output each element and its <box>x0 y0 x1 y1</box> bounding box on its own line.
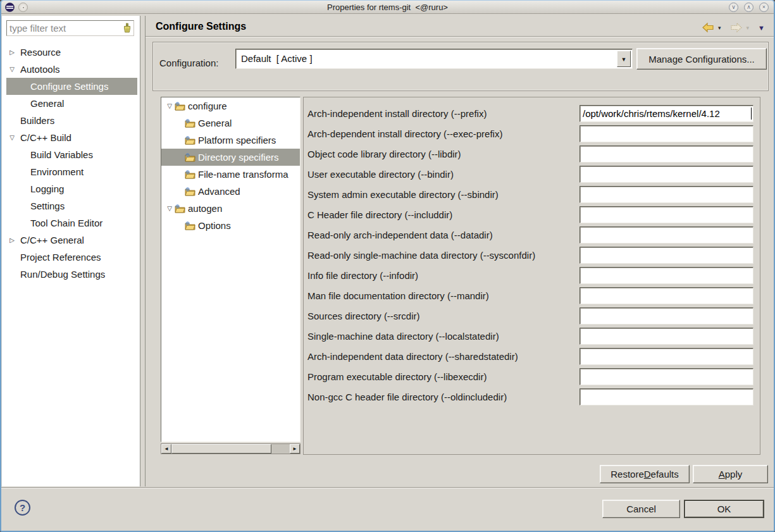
ok-button[interactable]: OK <box>684 500 764 518</box>
option-category-tree: ▽ configure General <box>161 97 301 442</box>
directory-input-sharedstatedir[interactable] <box>580 348 753 365</box>
tree-item-label: Advanced <box>198 186 240 197</box>
tree-item-advanced[interactable]: Advanced <box>161 183 300 200</box>
back-button[interactable] <box>702 22 714 33</box>
field-label: Read-only single-machine data directory … <box>307 250 580 261</box>
sidebar-item-c-c-build[interactable]: ▽ C/C++ Build <box>6 129 137 146</box>
category-folder-icon <box>175 102 186 111</box>
field-label: User executable directory (--bindir) <box>307 169 580 180</box>
category-folder-icon <box>185 136 196 145</box>
category-folder-icon <box>175 204 186 213</box>
directory-input-libdir[interactable] <box>580 145 753 163</box>
directory-input-includdir[interactable] <box>580 206 753 223</box>
sidebar-item-settings[interactable]: Settings <box>6 197 137 214</box>
properties-dialog-window: Properties for rtems-git <@ruru> ∨ ∧ × <box>0 0 775 532</box>
minimize-button[interactable]: ∨ <box>729 3 738 12</box>
tree-item-label: File-name transforma <box>198 169 288 180</box>
restore-defaults-button[interactable]: Restore Defaults <box>600 465 690 483</box>
category-folder-icon <box>185 170 196 179</box>
configuration-group: Configuration: Default [ Active ] ▼ Mana… <box>152 42 769 91</box>
maximize-button[interactable]: ∧ <box>744 3 753 12</box>
window-title: Properties for rtems-git <@ruru> <box>1 3 774 12</box>
tree-item-platform-specifiers[interactable]: Platform specifiers <box>161 132 300 149</box>
scrollbar-thumb[interactable] <box>171 444 271 454</box>
expander-icon[interactable]: ▷ <box>6 49 18 56</box>
back-dropdown-icon[interactable]: ▾ <box>718 25 721 31</box>
directory-input-localstatedir[interactable] <box>580 328 753 345</box>
scroll-left-icon[interactable]: ◄ <box>161 444 171 454</box>
category-folder-icon <box>185 119 196 128</box>
sidebar-item-tool-chain-editor[interactable]: Tool Chain Editor <box>6 214 137 232</box>
close-button[interactable]: × <box>759 3 769 12</box>
combo-dropdown-icon[interactable]: ▼ <box>617 51 631 67</box>
expander-icon[interactable]: ▽ <box>6 134 18 141</box>
nav-item-label: C/C++ General <box>20 235 84 245</box>
tree-item-directory-specifiers[interactable]: Directory specifiers <box>161 149 300 166</box>
expander-icon[interactable]: ▽ <box>6 66 18 73</box>
directory-input-mandir[interactable] <box>580 287 753 304</box>
form-field-row: Arch-dependent install directory (--exec… <box>304 123 760 144</box>
directory-input-prefix[interactable] <box>580 105 753 122</box>
expander-icon[interactable]: ▽ <box>164 205 175 212</box>
field-label: Info file directory (--infodir) <box>307 270 580 281</box>
nav-item-label: Project References <box>20 252 101 263</box>
directory-input-sbindir[interactable] <box>580 186 753 203</box>
sidebar-item-project-references[interactable]: Project References <box>6 249 137 266</box>
tree-item-label: General <box>198 118 232 128</box>
field-label: Read-only arch-independent data (--datad… <box>307 230 580 240</box>
sidebar-item-environment[interactable]: Environment <box>6 163 137 180</box>
tree-item-configure[interactable]: ▽ configure <box>161 97 300 114</box>
field-label: Man file documentation directory (--mand… <box>307 290 580 301</box>
tree-item-file-name-transforma[interactable]: File-name transforma <box>161 166 300 183</box>
form-field-row: Info file directory (--infodir) <box>304 265 760 285</box>
dialog-body: ▷ Resource ▽ Autotools Configure Setting… <box>1 14 774 531</box>
directory-input-datadir[interactable] <box>580 226 753 244</box>
directory-input-oldincludedir[interactable] <box>580 388 753 405</box>
form-field-row: System admin executable directory (--sbi… <box>304 184 760 204</box>
sidebar-item-run-debug-settings[interactable]: Run/Debug Settings <box>6 266 137 283</box>
form-field-row: Object code library directory (--libdir) <box>304 144 760 164</box>
manage-configurations-button[interactable]: Manage Configurations... <box>636 48 767 70</box>
tree-item-general[interactable]: General <box>161 114 300 132</box>
nav-item-label: Configure Settings <box>30 81 108 92</box>
sidebar-item-autotools[interactable]: ▽ Autotools <box>6 61 137 78</box>
sidebar-item-resource[interactable]: ▷ Resource <box>6 44 137 61</box>
filter-input[interactable] <box>8 22 120 35</box>
directory-input-srcdir[interactable] <box>580 307 753 325</box>
tree-item-options[interactable]: Options <box>161 217 300 234</box>
sidebar-item-build-variables[interactable]: Build Variables <box>6 146 137 163</box>
form-field-row: Man file documentation directory (--mand… <box>304 285 760 306</box>
sidebar-item-logging[interactable]: Logging <box>6 180 137 197</box>
tree-horizontal-scrollbar[interactable]: ◄ ► <box>161 443 301 454</box>
configuration-combo[interactable]: Default [ Active ] ▼ <box>235 49 633 69</box>
directory-input-sysconfdir[interactable] <box>580 247 753 264</box>
field-label: C Header file directory (--includdir) <box>307 209 580 220</box>
cancel-button[interactable]: Cancel <box>602 500 680 518</box>
directory-input-exec-prefix[interactable] <box>580 125 753 142</box>
nav-item-label: Settings <box>30 201 65 211</box>
tree-item-label: configure <box>188 101 227 111</box>
expander-icon[interactable]: ▽ <box>164 102 175 109</box>
scroll-right-icon[interactable]: ► <box>290 444 300 454</box>
category-folder-icon <box>185 187 196 196</box>
help-button[interactable]: ? <box>15 500 30 516</box>
sticky-button[interactable] <box>18 3 28 12</box>
tree-item-autogen[interactable]: ▽ autogen <box>161 200 300 217</box>
view-menu-icon[interactable]: ▼ <box>758 24 765 32</box>
tree-item-label: Options <box>198 220 231 231</box>
sidebar-item-general[interactable]: General <box>6 95 137 112</box>
titlebar[interactable]: Properties for rtems-git <@ruru> ∨ ∧ × <box>1 1 774 14</box>
directory-input-infodir[interactable] <box>580 267 753 284</box>
apply-button[interactable]: Apply <box>693 465 768 483</box>
sidebar-item-configure-settings[interactable]: Configure Settings <box>6 78 137 95</box>
directory-input-libexecdir[interactable] <box>580 368 753 385</box>
directory-input-bindir[interactable] <box>580 166 753 183</box>
scrollbar-track[interactable] <box>271 444 290 454</box>
dialog-footer: ? Cancel OK <box>1 487 774 531</box>
sidebar-item-builders[interactable]: Builders <box>6 112 137 129</box>
sidebar-item-c-c-general[interactable]: ▷ C/C++ General <box>6 232 137 249</box>
tree-item-label: Platform specifiers <box>198 135 276 145</box>
forward-button[interactable] <box>730 22 743 33</box>
expander-icon[interactable]: ▷ <box>6 237 18 244</box>
form-field-row: Arch-independent install directory (--pr… <box>304 103 760 123</box>
